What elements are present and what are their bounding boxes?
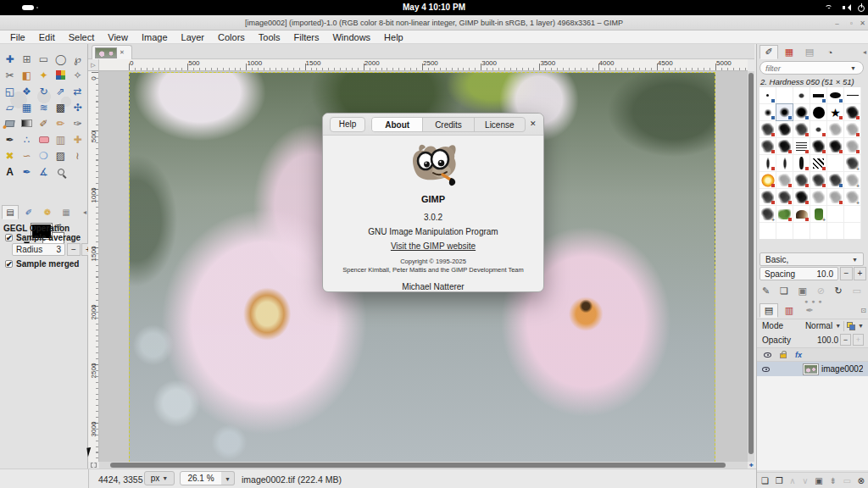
brush-noiselight[interactable]	[844, 189, 860, 205]
tool-paintbrush[interactable]: ✐	[36, 115, 53, 131]
close-button[interactable]: ✕	[858, 19, 867, 28]
horizontal-ruler[interactable]: 0500100015002000250030003500400045005000	[99, 59, 748, 71]
brush-noise[interactable]	[760, 121, 776, 137]
layer-name[interactable]: image0002	[821, 364, 863, 374]
chevron-down-icon[interactable]: ▼	[835, 323, 841, 329]
tool-n-point-deformation[interactable]: ≀	[70, 147, 86, 164]
brush-noiselight[interactable]	[810, 189, 826, 205]
brush-noisedark[interactable]	[844, 104, 860, 120]
maximize-button[interactable]: ▫	[847, 19, 856, 28]
fonts-tab[interactable]: ▤	[800, 45, 819, 59]
chevron-down-icon[interactable]: ▼	[858, 323, 864, 329]
duplicate-brush-button[interactable]: ▣	[798, 286, 807, 297]
brush-noiselight[interactable]	[827, 189, 843, 205]
image-tab[interactable]: ✕	[92, 45, 132, 59]
brush-blank[interactable]	[776, 223, 793, 239]
layer-thumbnail[interactable]	[804, 364, 818, 374]
brush-noisedark[interactable]	[793, 189, 810, 205]
opacity-increment-button[interactable]: +	[853, 334, 864, 346]
wifi-icon[interactable]	[824, 3, 834, 13]
brush-soft3[interactable]	[793, 104, 810, 120]
brush-oval[interactable]	[827, 87, 843, 103]
brush-sun[interactable]	[760, 172, 776, 188]
visibility-eye-icon[interactable]	[764, 352, 771, 358]
tab-license[interactable]: License	[475, 118, 525, 131]
brush-blank[interactable]	[760, 223, 776, 239]
tool-clone[interactable]: ▥	[53, 131, 70, 147]
brush-noise[interactable]	[844, 155, 860, 171]
brush-noisedark[interactable]	[810, 138, 826, 154]
tool-cage-transform[interactable]: ▦	[19, 99, 36, 115]
brush-blank[interactable]	[827, 223, 843, 239]
horizontal-scrollbar-thumb[interactable]	[110, 463, 726, 468]
volume-icon[interactable]	[841, 3, 851, 13]
brush-blank[interactable]	[776, 87, 793, 103]
new-group-button[interactable]: ❐	[776, 476, 783, 485]
brush-blank[interactable]	[844, 223, 860, 239]
spacing-increment-button[interactable]: +	[854, 267, 866, 280]
tool-select-by-color[interactable]	[53, 67, 70, 83]
tool-gradient[interactable]	[19, 115, 36, 131]
menu-item-file[interactable]: File	[3, 30, 32, 44]
radius-field[interactable]: Radius 3	[12, 243, 65, 256]
brush-noise[interactable]	[760, 138, 776, 154]
unit-dropdown[interactable]: px ▼	[144, 471, 175, 485]
delete-layer-button[interactable]: ▭	[843, 476, 850, 485]
brush-filter-input[interactable]	[765, 64, 850, 73]
menu-item-edit[interactable]: Edit	[32, 30, 62, 44]
delete-brush-button[interactable]: ⊘	[817, 286, 825, 297]
brush-noise[interactable]	[760, 206, 776, 222]
brush-blank[interactable]	[810, 223, 826, 239]
chevron-down-icon[interactable]: ▼	[850, 65, 856, 71]
tool-heal[interactable]: ✚	[70, 131, 86, 147]
tool-alignment[interactable]: ⊞	[19, 51, 36, 67]
tool-dodge-burn[interactable]: ✖	[2, 147, 19, 164]
tool-blur-sharpen[interactable]: ❍	[36, 147, 53, 164]
tool-zoom[interactable]	[53, 164, 70, 180]
tool-pencil[interactable]: ✏	[53, 115, 70, 131]
brush-star[interactable]	[827, 104, 843, 120]
menu-item-tools[interactable]: Tools	[252, 30, 287, 44]
brush-strokev[interactable]	[776, 155, 793, 171]
tool-measure[interactable]: ∡	[36, 164, 53, 180]
brush-preset-dropdown[interactable]: Basic, ▼	[760, 252, 864, 266]
dialog-close-icon[interactable]: ✕	[530, 119, 537, 128]
brush-noise[interactable]	[827, 172, 843, 188]
tool-3d-transform[interactable]: ▩	[53, 99, 70, 115]
tool-shear[interactable]: ▱	[2, 99, 19, 115]
brush-noisedark[interactable]	[776, 138, 793, 154]
lock-icon[interactable]	[780, 353, 787, 358]
brush-noiselight[interactable]	[844, 172, 860, 188]
brush-blank[interactable]	[827, 206, 843, 222]
brush-blank[interactable]	[827, 155, 843, 171]
new-layer-button[interactable]: ❏	[761, 476, 769, 485]
brush-soft1[interactable]	[760, 104, 776, 120]
tool-perspective-clone[interactable]: ▨	[53, 147, 70, 164]
menu-item-help[interactable]: Help	[377, 30, 410, 44]
tool-text[interactable]: A	[2, 164, 19, 180]
vertical-scrollbar-thumb[interactable]	[748, 73, 754, 454]
channels-tab[interactable]: ▥	[780, 303, 798, 318]
layers-tab[interactable]: ▤	[760, 303, 778, 318]
tool-free-select[interactable]: ℘	[70, 51, 86, 67]
brush-wing[interactable]	[793, 206, 810, 222]
menu-item-filters[interactable]: Filters	[287, 30, 326, 44]
brush-noiselight[interactable]	[844, 138, 860, 154]
brush-noise[interactable]	[760, 189, 776, 205]
tool-color-picker[interactable]: ✧	[70, 67, 86, 83]
brush-mark[interactable]	[810, 121, 826, 137]
brush-strokev[interactable]	[760, 155, 776, 171]
gimp-website-link[interactable]: Visit the GIMP website	[391, 241, 476, 251]
power-icon[interactable]	[856, 3, 866, 13]
tool-rotate[interactable]: ↻	[36, 83, 53, 99]
layer-row-selected[interactable]: image0002	[757, 362, 868, 376]
blend-space-icon[interactable]	[847, 322, 855, 330]
mode-dropdown[interactable]: Normal	[805, 321, 832, 330]
menu-item-image[interactable]: Image	[135, 30, 175, 44]
brush-noiselight[interactable]	[776, 172, 793, 188]
refresh-brushes-button[interactable]: ↻	[835, 286, 843, 297]
zoom-level-field[interactable]: 26.1 %	[180, 471, 222, 485]
brush-solid[interactable]	[810, 104, 826, 120]
radius-decrement-button[interactable]: −	[67, 243, 81, 256]
new-brush-button[interactable]: ❏	[780, 286, 788, 297]
